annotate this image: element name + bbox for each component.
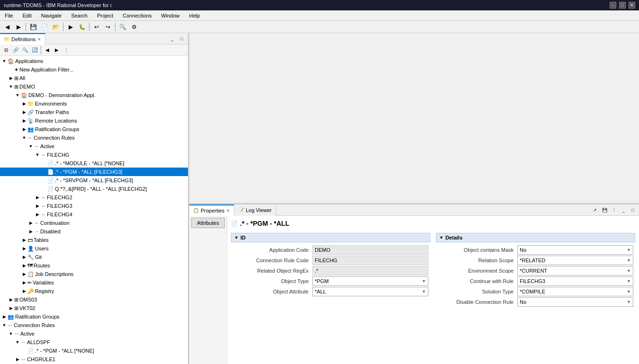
tree-link[interactable]: 🔗	[11, 46, 20, 54]
demo-app-arrow[interactable]: ▼	[14, 93, 21, 98]
tree-new-app-filter[interactable]: ✦ New Application Filter...	[0, 65, 188, 74]
tree-ratification-groups-root[interactable]: ▶ 👥 Ratification Groups	[0, 312, 188, 321]
tree-variables[interactable]: ▶ ✏ Variables	[0, 278, 188, 287]
tree-module-rule[interactable]: 📄 .* - *MODULE - *ALL [*NONE]	[0, 159, 188, 168]
menu-navigate[interactable]: Navigate	[38, 12, 64, 19]
demo-arrow[interactable]: ▼	[8, 84, 14, 89]
transfer-paths-arrow[interactable]: ▶	[21, 110, 27, 115]
properties-tab-close[interactable]: ✕	[226, 208, 230, 213]
environments-arrow[interactable]: ▶	[21, 101, 27, 106]
relation-scope-select[interactable]: *RELATED ▼	[517, 256, 633, 265]
tree-active-root[interactable]: ▼ ↔ Active	[0, 329, 188, 338]
continuation-arrow[interactable]: ▶	[27, 221, 34, 225]
tree-filechg4[interactable]: ▶ ↔ FILECHG4	[0, 210, 188, 219]
toolbar-undo[interactable]: ↩	[91, 22, 102, 32]
menu-window[interactable]: Window	[158, 12, 182, 19]
id-section-header[interactable]: ▼ ID	[231, 233, 430, 242]
chgrule1-arrow[interactable]: ▶	[14, 357, 21, 362]
env-scope-select[interactable]: *CURRENT ▼	[517, 266, 633, 275]
tree-users[interactable]: ▶ 👤 Users	[0, 244, 188, 253]
menu-project[interactable]: Project	[94, 12, 116, 19]
tree-q-rule[interactable]: 📄 Q.*?,.&[PRD] - *ALL - *ALL [FILECHG2]	[0, 185, 188, 193]
object-type-select[interactable]: *PGM ▼	[312, 276, 428, 286]
applications-arrow[interactable]: ▼	[1, 59, 8, 63]
tree-chgrule1[interactable]: ▶ ↔ CHGRULE1	[0, 355, 188, 364]
tree-all[interactable]: ▶ ⊞ All	[0, 74, 188, 82]
maximize-view-btn[interactable]: □	[178, 35, 186, 43]
job-descriptions-arrow[interactable]: ▶	[21, 272, 27, 276]
attributes-button[interactable]: Attributes	[191, 218, 225, 228]
tree-continuation[interactable]: ▶ ↔ Continuation	[0, 219, 188, 227]
menu-help[interactable]: Help	[186, 12, 203, 19]
toolbar-search[interactable]: 🔍	[117, 22, 128, 32]
tree-transfer-paths[interactable]: ▶ 🔗 Transfer Paths	[0, 108, 188, 116]
bottom-save-btn[interactable]: 💾	[600, 206, 609, 214]
filechg3-arrow[interactable]: ▶	[34, 204, 41, 208]
tree-environments[interactable]: ▶ 📁 Environments	[0, 99, 188, 108]
connection-rules-arrow[interactable]: ▼	[21, 135, 27, 140]
disable-conn-rule-select[interactable]: No ▼	[517, 297, 633, 307]
menu-edit[interactable]: Edit	[20, 12, 35, 19]
tree-job-descriptions[interactable]: ▶ 📋 Job Descriptions	[0, 270, 188, 278]
disabled-arrow[interactable]: ▶	[27, 229, 34, 234]
tree-demo[interactable]: ▼ ⊞ DEMO	[0, 82, 188, 91]
filechg2-arrow[interactable]: ▶	[34, 195, 41, 200]
tree-remote-locations[interactable]: ▶ 📡 Remote Locations	[0, 116, 188, 125]
git-arrow[interactable]: ▶	[21, 255, 27, 259]
vkt02-arrow[interactable]: ▶	[8, 306, 14, 311]
active-root-arrow[interactable]: ▼	[8, 331, 14, 336]
properties-tab[interactable]: 📋 Properties ✕	[189, 204, 234, 216]
object-attr-select[interactable]: *ALL ▼	[312, 287, 428, 296]
tree-ratification-groups[interactable]: ▶ 👥 Ratification Groups	[0, 125, 188, 133]
tree-connection-rules[interactable]: ▼ ↔ Connection Rules	[0, 133, 188, 142]
toolbar-debug[interactable]: 🐛	[77, 22, 87, 32]
tree-menu[interactable]: ⋮	[62, 46, 71, 54]
bottom-minimize-btn[interactable]: _	[619, 206, 628, 214]
minimize-view-btn[interactable]: _	[168, 35, 177, 43]
tree-filechg[interactable]: ▼ ↔ FILECHG	[0, 151, 188, 159]
solution-type-select[interactable]: *COMPILE ▼	[517, 287, 633, 296]
minimize-button[interactable]: −	[610, 2, 616, 9]
close-button[interactable]: ✕	[629, 2, 635, 9]
tree-pgm-rule[interactable]: 📄 .* - *PGM - *ALL [FILECHG3]	[0, 168, 188, 176]
registry-arrow[interactable]: ▶	[21, 289, 27, 293]
toolbar-back[interactable]: ◀	[2, 22, 12, 32]
definitions-tab-close[interactable]: ✕	[37, 37, 41, 42]
connection-rules-root-arrow[interactable]: ▼	[1, 323, 8, 328]
active-arrow[interactable]: ▼	[27, 144, 34, 149]
toolbar-run[interactable]: ▶	[65, 22, 76, 32]
tree-active[interactable]: ▼ ↔ Active	[0, 142, 188, 151]
tree-vkt02[interactable]: ▶ ⊞ VKT02	[0, 304, 188, 312]
tree-connection-rules-root[interactable]: ▼ ↔ Connection Rules	[0, 321, 188, 329]
tree-routes[interactable]: ▶ 🗺 Routes	[0, 261, 188, 270]
definitions-tab[interactable]: 📁 Definitions ✕	[0, 33, 45, 44]
tables-arrow[interactable]: ▶	[21, 238, 27, 242]
tree-filechg3[interactable]: ▶ ↔ FILECHG3	[0, 202, 188, 210]
tree-back[interactable]: ◀	[43, 46, 52, 54]
menu-connections[interactable]: Connections	[120, 12, 154, 19]
tree-oms03[interactable]: ▶ ⊞ OMS03	[0, 295, 188, 304]
toolbar-forward[interactable]: ▶	[13, 22, 24, 32]
tree-view[interactable]: ▼ 🏠 Applications ✦ New Application Filte…	[0, 56, 188, 364]
continue-with-rule-select[interactable]: FILECHG3 ▼	[517, 276, 633, 286]
tree-demo-app[interactable]: ▼ 🏠 DEMO - Demonstration Appl.	[0, 91, 188, 99]
obj-contains-mask-select[interactable]: No ▼	[517, 245, 633, 255]
log-viewer-tab[interactable]: 📝 Log Viewer	[234, 204, 276, 216]
details-section-header[interactable]: ▼ Details	[436, 233, 635, 242]
tree-git[interactable]: ▶ 🔧 Git	[0, 253, 188, 261]
ratification-groups-root-arrow[interactable]: ▶	[1, 314, 8, 319]
toolbar-settings[interactable]: ⚙	[129, 22, 139, 32]
toolbar-open[interactable]: 📂	[51, 22, 61, 32]
tree-disabled[interactable]: ▶ ↔ Disabled	[0, 227, 188, 236]
tree-srvpgm-rule[interactable]: 📄 .* - *SRVPGM - *ALL [FILECHG3]	[0, 176, 188, 185]
bottom-maximize-btn[interactable]: □	[629, 206, 637, 214]
ratification-groups-arrow[interactable]: ▶	[21, 127, 27, 132]
variables-arrow[interactable]: ▶	[21, 280, 27, 285]
tree-registry[interactable]: ▶ 🔑 Registry	[0, 287, 188, 295]
filechg4-arrow[interactable]: ▶	[34, 212, 41, 217]
tree-filter[interactable]: 🔍	[21, 46, 29, 54]
toolbar-save[interactable]: 💾	[28, 22, 38, 32]
tree-alldspf-rule[interactable]: 📄 .* - *PGM - *ALL [*NONE]	[0, 346, 188, 355]
bottom-menu-btn[interactable]: ⋮	[610, 206, 618, 214]
menu-search[interactable]: Search	[68, 12, 90, 19]
